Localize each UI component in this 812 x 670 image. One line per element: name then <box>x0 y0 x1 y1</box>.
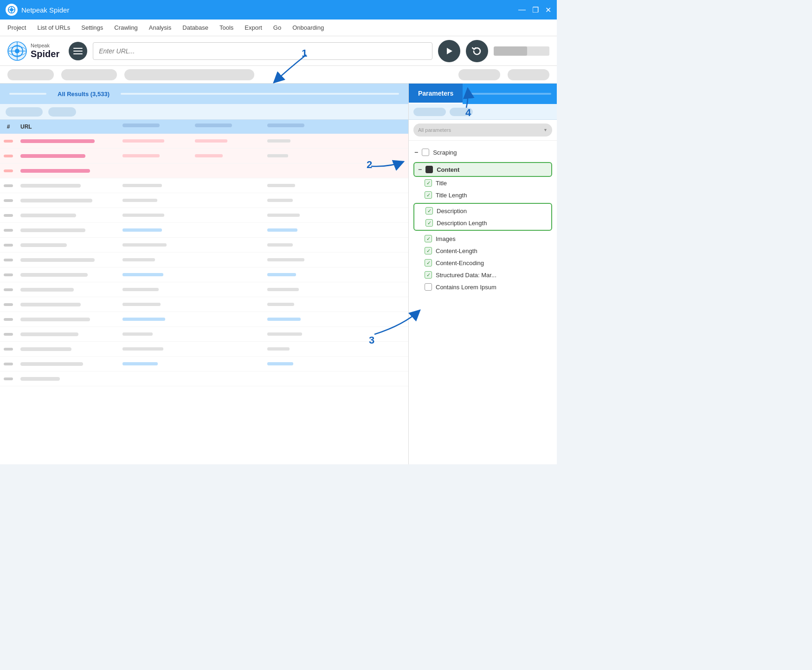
table-header: # URL <box>0 120 408 134</box>
sub-filter-2[interactable] <box>48 107 76 117</box>
param-item-title[interactable]: Title <box>413 177 552 189</box>
param-section-scraping[interactable]: − Scraping <box>413 146 552 158</box>
menu-tools[interactable]: Tools <box>219 24 233 31</box>
right-panel: Parameters All parameters − Scrap <box>408 84 557 464</box>
content-length-label: Content-Length <box>436 247 477 254</box>
minimize-button[interactable]: — <box>518 6 526 14</box>
rp-filter-2[interactable] <box>450 108 473 116</box>
lorem-ipsum-checkbox[interactable] <box>425 283 432 291</box>
filter-pill-2[interactable] <box>61 69 117 80</box>
url-input[interactable] <box>93 42 432 60</box>
menu-analysis[interactable]: Analysis <box>149 24 171 31</box>
col-header-4 <box>336 124 408 130</box>
param-item-images[interactable]: Images <box>413 233 552 245</box>
tab-all-results[interactable]: All Results (3,533) <box>50 87 117 101</box>
description-checkbox[interactable] <box>425 207 433 215</box>
table-row[interactable] <box>0 267 408 282</box>
param-group-content: − Content Title Title Length <box>409 160 557 295</box>
tabs-row: All Results (3,533) <box>0 84 408 104</box>
table-row[interactable] <box>0 357 408 371</box>
description-label: Description <box>437 208 467 215</box>
images-checkbox[interactable] <box>425 235 432 242</box>
menu-crawling[interactable]: Crawling <box>114 24 138 31</box>
svg-marker-13 <box>447 48 452 54</box>
progress-bar <box>494 46 527 56</box>
table-row[interactable] <box>0 238 408 253</box>
table-row[interactable] <box>0 282 408 297</box>
menu-go[interactable]: Go <box>273 24 281 31</box>
filter-pill-4[interactable] <box>458 69 500 80</box>
param-item-content-encoding[interactable]: Content-Encoding <box>413 257 552 269</box>
description-length-checkbox[interactable] <box>425 219 433 227</box>
filter-pill-1[interactable] <box>7 69 54 80</box>
title-length-checkbox[interactable] <box>425 191 432 199</box>
col-header-3 <box>264 124 336 130</box>
title-bar: Netpeak Spider — ❐ ✕ <box>0 0 557 20</box>
svg-rect-10 <box>73 48 83 49</box>
window-controls: — ❐ ✕ <box>518 6 551 14</box>
svg-rect-12 <box>73 53 83 54</box>
table-row[interactable] <box>0 208 408 223</box>
filters-row <box>0 66 557 84</box>
toolbar: Netpeak Spider <box>0 36 557 66</box>
brand-logo-icon <box>7 41 27 61</box>
menu-database[interactable]: Database <box>182 24 208 31</box>
col-header-num: # <box>0 124 17 130</box>
svg-rect-11 <box>73 51 83 52</box>
menu-project[interactable]: Project <box>7 24 26 31</box>
title-checkbox[interactable] <box>425 179 432 187</box>
filter-pill-5[interactable] <box>508 69 549 80</box>
table-row[interactable] <box>0 253 408 267</box>
table-row[interactable] <box>0 149 408 163</box>
hamburger-menu-button[interactable] <box>69 42 87 60</box>
table-row[interactable] <box>0 312 408 327</box>
table-row[interactable] <box>0 193 408 208</box>
table-row[interactable] <box>0 297 408 312</box>
sub-filters <box>0 104 408 120</box>
scraping-checkbox[interactable] <box>422 149 429 156</box>
param-item-structured-data[interactable]: Structured Data: Mar... <box>413 269 552 281</box>
menu-onboarding[interactable]: Onboarding <box>292 24 324 31</box>
sub-filter-1[interactable] <box>6 107 43 117</box>
structured-data-checkbox[interactable] <box>425 271 432 279</box>
param-item-content-length[interactable]: Content-Length <box>413 245 552 257</box>
title-length-label: Title Length <box>436 192 467 199</box>
param-section-content[interactable]: − Content <box>413 162 552 177</box>
play-button[interactable] <box>438 40 460 62</box>
param-item-description-length[interactable]: Description Length <box>414 217 551 229</box>
param-item-title-length[interactable]: Title Length <box>413 189 552 201</box>
rp-tab-placeholder <box>468 93 551 95</box>
table-row[interactable] <box>0 342 408 357</box>
table-row[interactable] <box>0 134 408 149</box>
table-row[interactable] <box>0 371 408 386</box>
rp-search-bar[interactable]: All parameters <box>413 124 552 137</box>
progress-bar-container <box>494 46 549 56</box>
images-label: Images <box>436 235 456 242</box>
filter-pill-3[interactable] <box>124 69 254 80</box>
main-content: All Results (3,533) # URL <box>0 84 557 464</box>
table-row[interactable] <box>0 163 408 178</box>
table-row[interactable] <box>0 327 408 342</box>
col-header-2 <box>191 124 264 130</box>
col-header-url: URL <box>17 124 119 130</box>
content-checkbox[interactable] <box>425 166 433 173</box>
tab-placeholder-middle <box>121 93 399 95</box>
tab-parameters[interactable]: Parameters <box>409 84 463 104</box>
data-table: # URL <box>0 120 408 464</box>
close-button[interactable]: ✕ <box>545 6 551 14</box>
content-encoding-checkbox[interactable] <box>425 259 432 267</box>
rp-filter-1[interactable] <box>413 108 446 116</box>
table-row[interactable] <box>0 178 408 193</box>
param-item-description[interactable]: Description <box>414 205 551 217</box>
collapse-icon-content: − <box>418 166 422 173</box>
refresh-button[interactable] <box>466 40 488 62</box>
table-row[interactable] <box>0 223 408 238</box>
content-length-checkbox[interactable] <box>425 247 432 254</box>
app-logo <box>6 4 18 16</box>
menu-export[interactable]: Export <box>245 24 262 31</box>
maximize-button[interactable]: ❐ <box>532 6 539 14</box>
param-item-lorem-ipsum[interactable]: Contains Lorem Ipsum <box>413 281 552 293</box>
table-area: All Results (3,533) # URL <box>0 84 408 464</box>
menu-settings[interactable]: Settings <box>81 24 103 31</box>
menu-list-of-urls[interactable]: List of URLs <box>37 24 70 31</box>
